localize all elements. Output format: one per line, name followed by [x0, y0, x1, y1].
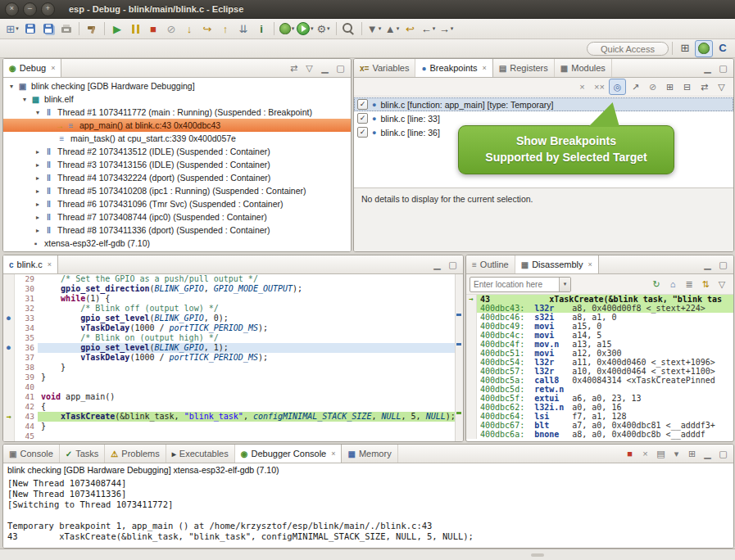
- forward-icon[interactable]: →▾: [438, 21, 455, 37]
- editor-line[interactable]: 29 /* Set the GPIO as a push/pull output…: [3, 274, 455, 284]
- disassembly-instruction-row[interactable]: 400dbc5f: extuia6, a0, 23, 13: [466, 394, 733, 403]
- disassembly-instruction-row[interactable]: 400dbc51: movia12, 0x300: [466, 349, 733, 358]
- terminate-console-icon[interactable]: ■: [623, 447, 637, 461]
- tab-close-icon[interactable]: ×: [331, 449, 335, 458]
- ruler-current-line-mark[interactable]: [456, 412, 461, 414]
- tab-tasks[interactable]: ✓Tasks: [60, 445, 106, 463]
- locate-program-counter-icon[interactable]: ⌂: [665, 277, 680, 291]
- remove-selected-breakpoints-icon[interactable]: ×: [574, 79, 590, 94]
- tab-console[interactable]: ▣Console: [3, 445, 60, 463]
- disassembly-instruction-row[interactable]: 400dbc6a: bnonea8, a0, 0x400dbc8b <__add…: [466, 430, 733, 439]
- maximize-editor-icon[interactable]: ▢: [446, 258, 460, 272]
- disassembly-instruction-row[interactable]: 400dbc5a: call80x40084314 <xTaskCreatePi…: [466, 376, 733, 385]
- disassembly-instruction-row[interactable]: 400dbc4c: movia14, 5: [466, 331, 733, 340]
- tab-memory[interactable]: ▦Memory: [342, 445, 397, 463]
- debug-tree-row[interactable]: ▸‖Thread #7 1073408744 (ipc0) (Suspended…: [3, 210, 351, 224]
- tab-debug[interactable]: ◉Debug×: [3, 59, 61, 77]
- display-selected-console-icon[interactable]: ▾: [669, 447, 683, 461]
- tab-disassembly[interactable]: ▦Disassembly×: [515, 255, 599, 273]
- debug-tree-row[interactable]: ▪xtensa-esp32-elf-gdb (7.10): [3, 237, 351, 250]
- step-into-icon[interactable]: ↓: [181, 21, 197, 37]
- minimize-console-view-icon[interactable]: ▁: [701, 447, 715, 461]
- maximize-debug-view-icon[interactable]: ▢: [333, 61, 347, 75]
- editor-line[interactable]: ●36 gpio_set_level(BLINK_GPIO, 1);: [3, 343, 455, 353]
- editor-line[interactable]: 30 gpio_set_direction(BLINK_GPIO, GPIO_M…: [3, 284, 455, 294]
- link-with-debug-view-icon[interactable]: ⇄: [696, 79, 712, 94]
- cpp-perspective-icon[interactable]: C: [715, 40, 731, 56]
- marker-ribbon[interactable]: [3, 402, 15, 412]
- tab-close-icon[interactable]: ×: [588, 260, 592, 269]
- marker-ribbon[interactable]: [3, 294, 15, 304]
- sync-with-active-debug-context-icon[interactable]: ⇅: [698, 277, 713, 291]
- disassembly-instruction-row[interactable]: 400dbc5d: retw.n: [466, 385, 733, 394]
- disassembly-instruction-row[interactable]: 400dbc54: l32ra11, 0x400d0460 <_stext+10…: [466, 358, 733, 367]
- tab-debugger-console[interactable]: ◉Debugger Console×: [235, 445, 343, 463]
- back-icon[interactable]: ←▾: [420, 21, 437, 37]
- debug-tree-row[interactable]: ▸‖Thread #4 1073432224 (dport) (Suspende…: [3, 171, 351, 184]
- show-breakpoints-supported-by-selected-target-icon[interactable]: ◎: [609, 79, 626, 95]
- marker-ribbon[interactable]: [3, 363, 15, 373]
- step-return-icon[interactable]: ↑: [217, 21, 234, 37]
- collapse-all-icon[interactable]: ⊟: [679, 79, 695, 94]
- link-with-editor-icon[interactable]: ⇄: [287, 61, 301, 75]
- new-wizard-icon[interactable]: ⊞▾: [4, 21, 20, 37]
- debug-tree-row[interactable]: ▸‖Thread #2 1073413512 (IDLE) (Suspended…: [3, 145, 351, 158]
- next-annotation-icon[interactable]: ▼▾: [366, 21, 383, 37]
- window-maximize-button[interactable]: +: [41, 2, 55, 16]
- breakpoint-marker-icon[interactable]: ●: [3, 343, 15, 353]
- previous-annotation-icon[interactable]: ▲▾: [384, 21, 401, 37]
- breakpoint-marker-icon[interactable]: ●: [3, 314, 15, 323]
- maximize-breakpoints-view-icon[interactable]: ▢: [716, 61, 730, 75]
- debug-tree-row[interactable]: ▸‖Thread #6 1073431096 (Tmr Svc) (Suspen…: [3, 197, 351, 210]
- remove-all-breakpoints-icon[interactable]: ××: [592, 79, 607, 94]
- tab-blink-c[interactable]: cblink.c×: [3, 255, 58, 273]
- suspend-icon[interactable]: [127, 21, 143, 37]
- window-minimize-button[interactable]: –: [23, 2, 37, 16]
- breakpoint-checkbox[interactable]: ✓: [357, 113, 368, 124]
- disassembly-source-row[interactable]: →43 xTaskCreate(&blink_task, "blink_tas: [466, 295, 733, 304]
- editor-line[interactable]: 38 }: [3, 363, 455, 373]
- drop-to-frame-icon[interactable]: ⇊: [235, 21, 252, 37]
- breakpoint-checkbox[interactable]: ✓: [357, 127, 368, 138]
- debug-view-menu-icon[interactable]: ▽: [302, 61, 316, 75]
- expand-icon[interactable]: ▸: [33, 214, 43, 221]
- maximize-console-view-icon[interactable]: ▢: [716, 447, 730, 461]
- quick-access-button[interactable]: Quick Access: [587, 42, 669, 56]
- debug-tree-row[interactable]: ▸‖Thread #5 1073410208 (ipc1 : Running) …: [3, 184, 351, 197]
- editor-line[interactable]: 37 vTaskDelay(1000 / portTICK_PERIOD_MS)…: [3, 353, 455, 363]
- tab-close-icon[interactable]: ×: [48, 260, 52, 269]
- editor-body[interactable]: 29 /* Set the GPIO as a push/pull output…: [3, 274, 463, 441]
- print-icon[interactable]: [58, 21, 75, 37]
- disassembly-body[interactable]: →43 xTaskCreate(&blink_task, "blink_tas4…: [466, 295, 733, 441]
- tab-close-icon[interactable]: ×: [483, 64, 487, 72]
- editor-line[interactable]: →43 xTaskCreate(&blink_task, "blink_task…: [3, 412, 455, 422]
- resume-icon[interactable]: ▶: [109, 21, 125, 37]
- breakpoints-view-menu-icon[interactable]: ▽: [714, 79, 729, 94]
- editor-line[interactable]: 40: [3, 382, 455, 392]
- tab-variables[interactable]: x=Variables: [354, 59, 415, 77]
- debug-perspective-icon[interactable]: [695, 40, 713, 57]
- expand-icon[interactable]: ▸: [33, 227, 43, 234]
- editor-line[interactable]: 32 /* Blink off (output low) */: [3, 304, 455, 314]
- combo-dropdown-icon[interactable]: ▾: [559, 278, 570, 291]
- console-output[interactable]: [New Thread 1073408744][New Thread 10734…: [3, 477, 733, 548]
- expand-icon[interactable]: ▸: [33, 187, 43, 195]
- editor-line[interactable]: 31 while(1) {: [3, 294, 455, 304]
- editor-line[interactable]: ●33 gpio_set_level(BLINK_GPIO, 0);: [3, 314, 455, 323]
- editor-line[interactable]: 35 /* Blink on (output high) */: [3, 333, 455, 343]
- debug-tree-row[interactable]: ▸‖Thread #3 1073413156 (IDLE) (Suspended…: [3, 158, 351, 171]
- clear-console-icon[interactable]: ▤: [654, 447, 668, 461]
- marker-ribbon[interactable]: [3, 373, 15, 382]
- debug-tree-row[interactable]: ▾▣blink checking [GDB Hardware Debugging…: [3, 79, 351, 93]
- disassembly-instruction-row[interactable]: 400dbc67: blta7, a0, 0x400dbc81 <__adddf…: [466, 421, 733, 430]
- save-icon[interactable]: [22, 21, 39, 37]
- expand-icon[interactable]: ▸: [33, 148, 43, 156]
- marker-ribbon[interactable]: [3, 431, 15, 441]
- marker-ribbon[interactable]: [3, 274, 15, 284]
- expand-icon[interactable]: ▸: [33, 161, 43, 169]
- tab-breakpoints[interactable]: ●Breakpoints×: [415, 59, 492, 77]
- go-to-file-for-breakpoint-icon[interactable]: ↗: [628, 79, 643, 94]
- disassembly-instruction-row[interactable]: 400dbc64: lsif7, a1, 128: [466, 412, 733, 421]
- editor-line[interactable]: 44}: [3, 422, 455, 431]
- ruler-breakpoint-mark[interactable]: [456, 314, 461, 316]
